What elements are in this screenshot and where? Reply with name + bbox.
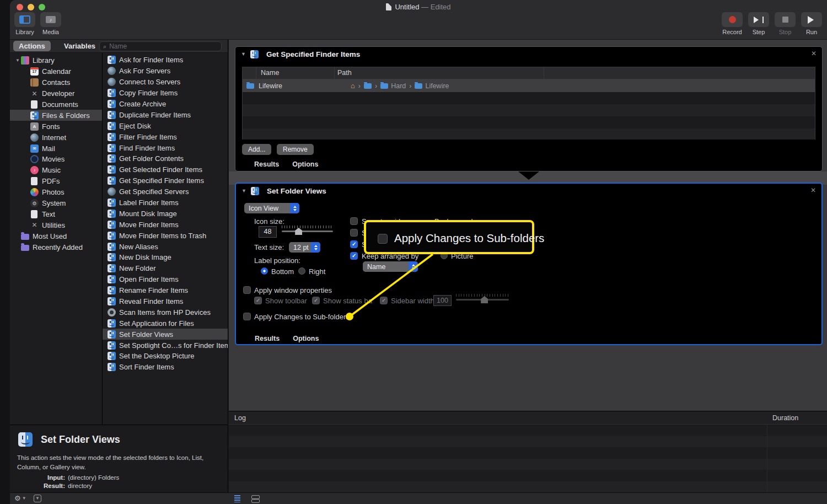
action-item-ask-for-finder-items[interactable]: Ask for Finder Items [103, 55, 228, 66]
log-flow-view-button[interactable] [251, 495, 260, 502]
disclosure-triangle-icon[interactable]: ▼ [241, 188, 246, 194]
remove-button[interactable]: Remove [277, 144, 314, 155]
apply-changes-callout: Apply Changes to Sub-folders [364, 220, 534, 254]
sidebar-width-checkbox[interactable] [380, 297, 388, 304]
sidebar-item-internet[interactable]: Internet [10, 132, 102, 143]
step-button[interactable]: Step [747, 12, 771, 35]
tab-actions[interactable]: Actions [13, 41, 51, 51]
keep-arranged-popup[interactable]: Name [363, 261, 418, 272]
stop-button[interactable]: Stop [773, 12, 797, 35]
action-item-scan-items-from-hp-devices[interactable]: Scan Items from HP Devices [103, 307, 228, 318]
action-item-new-aliases[interactable]: New Aliases [103, 241, 228, 252]
action-item-ask-for-servers[interactable]: Ask For Servers [103, 66, 228, 77]
action-item-mount-disk-image[interactable]: Mount Disk Image [103, 208, 228, 219]
sidebar-item-mail[interactable]: ✉Mail [10, 143, 102, 154]
column-header-path[interactable]: Path [337, 69, 352, 77]
sidebar-item-documents[interactable]: Documents [10, 99, 102, 110]
show-item-checkbox[interactable] [350, 229, 358, 237]
action-item-filter-finder-items[interactable]: Filter Finder Items [103, 131, 228, 142]
results-tab[interactable]: Results [254, 160, 279, 168]
duration-column-header[interactable]: Duration [772, 414, 798, 422]
disclosure-triangle-icon[interactable]: ▼ [14, 58, 21, 63]
sidebar-item-recently-added[interactable]: Recently Added [10, 242, 102, 253]
action-menu-button[interactable]: ⚙▼ [14, 494, 26, 502]
action-item-new-disk-image[interactable]: New Disk Image [103, 252, 228, 263]
sidebar-item-contacts[interactable]: Contacts [10, 77, 102, 88]
sidebar-item-most-used[interactable]: Most Used [10, 230, 102, 242]
action-item-set-spotlight-co-s-for-finder-items[interactable]: Set Spotlight Co…s for Finder Items [103, 340, 228, 351]
run-icon [808, 16, 818, 24]
library-button[interactable]: Library [13, 12, 37, 35]
radio-right[interactable] [298, 267, 305, 275]
search-input[interactable]: ⌕ Name [99, 41, 222, 51]
action-item-eject-disk[interactable]: Eject Disk [103, 120, 228, 131]
radio-bottom[interactable] [261, 267, 268, 275]
icon-size-field[interactable]: 48 [259, 226, 277, 238]
show-toolbar-checkbox[interactable] [254, 297, 262, 304]
action-item-get-specified-servers[interactable]: Get Specified Servers [103, 186, 228, 197]
sidebar-item-system[interactable]: ⚙System [10, 198, 102, 209]
action-item-set-application-for-files[interactable]: Set Application for Files [103, 318, 228, 329]
action-item-label-finder-items[interactable]: Label Finder Items [103, 197, 228, 208]
action-item-get-selected-finder-items[interactable]: Get Selected Finder Items [103, 164, 228, 175]
sidebar-item-movies[interactable]: Movies [10, 154, 102, 165]
apply-window-properties-checkbox[interactable] [243, 286, 251, 294]
action-item-set-folder-views[interactable]: Set Folder Views [103, 329, 228, 340]
action-item-new-folder[interactable]: New Folder [103, 263, 228, 274]
table-row-lifewire[interactable]: Lifewire ⌂››Hard›Lifewire [243, 79, 815, 92]
action-item-set-the-desktop-picture[interactable]: Set the Desktop Picture [103, 351, 228, 362]
slider-thumb[interactable] [295, 228, 302, 235]
results-tab[interactable]: Results [255, 335, 280, 342]
sidebar-width-field[interactable]: 100 [433, 295, 452, 306]
action-item-get-folder-contents[interactable]: Get Folder Contents [103, 153, 228, 164]
action-item-find-finder-items[interactable]: Find Finder Items [103, 142, 228, 153]
sidebar-item-library[interactable]: ▼Library [10, 55, 102, 66]
view-mode-popup[interactable]: Icon View [244, 203, 299, 213]
add-button[interactable]: Add... [242, 144, 271, 155]
show-icon-checkbox[interactable] [350, 240, 358, 248]
action-item-sort-finder-items[interactable]: Sort Finder Items [103, 362, 228, 373]
record-button[interactable]: Record [720, 12, 744, 35]
text-size-popup[interactable]: 12 pt [289, 242, 320, 253]
action-item-copy-finder-items[interactable]: Copy Finder Items [103, 88, 228, 99]
sidebar-item-text[interactable]: Text [10, 208, 102, 219]
apply-changes-to-subfolders-checkbox[interactable] [243, 313, 251, 320]
close-block-icon[interactable]: ✕ [811, 50, 817, 57]
log-column-header[interactable]: Log [234, 414, 246, 422]
run-button[interactable]: Run [799, 12, 824, 35]
options-tab[interactable]: Options [293, 335, 319, 342]
action-item-duplicate-finder-items[interactable]: Duplicate Finder Items [103, 109, 228, 120]
sidebar-item-music[interactable]: ♪Music [10, 165, 102, 176]
action-item-reveal-finder-items[interactable]: Reveal Finder Items [103, 296, 228, 307]
action-item-get-specified-finder-items[interactable]: Get Specified Finder Items [103, 175, 228, 186]
close-block-icon[interactable]: ✕ [810, 186, 816, 194]
sidebar-item-fonts[interactable]: AFonts [10, 121, 102, 132]
sidebar-item-photos[interactable]: Photos [10, 187, 102, 198]
sidebar-item-utilities[interactable]: ✕Utilities [10, 219, 102, 230]
action-item-connect-to-servers[interactable]: Connect to Servers [103, 77, 228, 88]
action-item-create-archive[interactable]: Create Archive [103, 99, 228, 110]
sidebar-item-calendar[interactable]: 17Calendar [10, 66, 102, 77]
icon-size-slider[interactable] [282, 226, 333, 235]
action-item-rename-finder-items[interactable]: Rename Finder Items [103, 285, 228, 296]
sidebar-item-label: Developer [42, 89, 74, 98]
options-tab[interactable]: Options [292, 160, 318, 168]
tab-variables[interactable]: Variables [58, 41, 101, 51]
finder-icon [108, 297, 116, 305]
sidebar-item-files-folders[interactable]: Files & Folders [10, 110, 102, 121]
action-item-move-finder-items[interactable]: Move Finder Items [103, 219, 228, 230]
sidebar-item-pdfs[interactable]: PDFs [10, 176, 102, 187]
column-header-name[interactable]: Name [261, 69, 279, 77]
sidebar-width-slider[interactable] [456, 294, 509, 304]
show-status-bar-checkbox[interactable] [312, 297, 320, 304]
sidebar-item-developer[interactable]: ✕Developer [10, 88, 102, 99]
media-button[interactable]: ♪ Media [39, 12, 63, 35]
action-item-open-finder-items[interactable]: Open Finder Items [103, 274, 228, 285]
snap-to-grid-checkbox[interactable] [350, 217, 358, 225]
action-item-move-finder-items-to-trash[interactable]: Move Finder Items to Trash [103, 230, 228, 241]
log-list-view-button[interactable] [234, 495, 240, 502]
disclosure-triangle-icon[interactable]: ▼ [241, 51, 246, 57]
keep-arranged-checkbox[interactable] [350, 252, 358, 260]
snippets-toggle-button[interactable]: ▼ [34, 495, 41, 502]
slider-thumb[interactable] [481, 296, 488, 303]
